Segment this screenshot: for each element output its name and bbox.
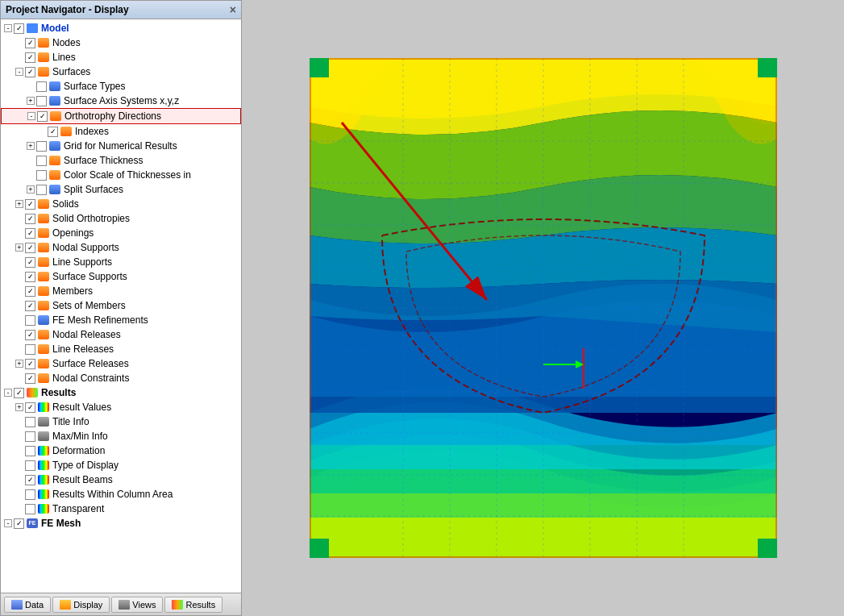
tab-results[interactable]: Results <box>164 597 222 613</box>
checkbox-orthotropy[interactable] <box>37 111 48 122</box>
tree-item-members[interactable]: Members <box>1 284 241 298</box>
checkbox-results-within-column[interactable] <box>25 489 35 500</box>
tree-item-nodal-releases[interactable]: Nodal Releases <box>1 327 241 342</box>
tree-item-title-info[interactable]: Title Info <box>1 414 241 429</box>
item-label-fe-mesh: FE Mesh <box>41 517 81 530</box>
checkbox-surface-supports[interactable] <box>25 272 35 282</box>
tree-item-sets-of-members[interactable]: Sets of Members <box>1 298 241 313</box>
checkbox-solid-orthotropies[interactable] <box>25 214 35 224</box>
expand-icon-orthotropy[interactable]: - <box>27 112 35 120</box>
checkbox-nodal-supports[interactable] <box>25 243 35 253</box>
tree-item-surface-releases[interactable]: +Surface Releases <box>1 356 241 371</box>
panel-close-button[interactable]: × <box>230 4 236 15</box>
tree-item-results-within-column[interactable]: Results Within Column Area <box>1 487 241 502</box>
tree-item-color-scale[interactable]: Color Scale of Thicknesses in <box>1 168 241 182</box>
checkbox-surface-axis[interactable] <box>36 96 47 106</box>
tab-data[interactable]: Data <box>4 597 51 613</box>
item-label-fe-mesh-refinements: FE Mesh Refinements <box>52 314 148 327</box>
checkbox-solids[interactable] <box>25 199 35 210</box>
checkbox-line-releases[interactable] <box>25 344 35 355</box>
item-label-transparent: Transparent <box>52 502 104 515</box>
tree-item-nodal-constraints[interactable]: Nodal Constraints <box>1 371 241 385</box>
tree-container[interactable]: -ModelNodesLines-SurfacesSurface Types+S… <box>1 19 241 593</box>
expand-icon-solids[interactable]: + <box>15 200 23 208</box>
expand-icon-results[interactable]: - <box>4 389 12 397</box>
checkbox-surface-thickness[interactable] <box>36 156 47 166</box>
tab-display[interactable]: Display <box>52 597 110 613</box>
item-label-lines: Lines <box>52 51 76 64</box>
checkbox-results[interactable] <box>14 388 24 398</box>
checkbox-model[interactable] <box>14 23 24 34</box>
item-icon-max-min-info <box>37 431 50 442</box>
tree-item-line-releases[interactable]: Line Releases <box>1 342 241 356</box>
tree-item-surface-types[interactable]: Surface Types <box>1 79 241 94</box>
expand-icon-model[interactable]: - <box>4 24 12 32</box>
checkbox-sets-of-members[interactable] <box>25 301 35 311</box>
item-icon-surface-releases <box>37 358 50 369</box>
fem-visualization <box>310 58 777 558</box>
checkbox-surfaces[interactable] <box>25 67 35 77</box>
item-label-result-beams: Result Beams <box>52 473 113 486</box>
tree-item-line-supports[interactable]: Line Supports <box>1 255 241 269</box>
expand-icon-grid-numerical[interactable]: + <box>27 142 35 150</box>
checkbox-members[interactable] <box>25 286 35 297</box>
checkbox-fe-mesh-refinements[interactable] <box>25 315 35 326</box>
expand-icon-nodal-supports[interactable]: + <box>15 243 23 252</box>
tree-item-deformation[interactable]: Deformation <box>1 443 241 458</box>
checkbox-indexes[interactable] <box>48 127 58 137</box>
checkbox-surface-releases[interactable] <box>25 359 35 369</box>
tree-item-results[interactable]: -Results <box>1 385 241 400</box>
checkbox-nodal-constraints[interactable] <box>25 373 35 384</box>
checkbox-split-surfaces[interactable] <box>36 185 47 195</box>
tree-item-nodal-supports[interactable]: +Nodal Supports <box>1 240 241 255</box>
tree-item-fe-mesh[interactable]: -FEFE Mesh <box>1 516 241 531</box>
checkbox-deformation[interactable] <box>25 446 35 456</box>
expand-icon-result-values[interactable]: + <box>15 403 23 411</box>
item-icon-surface-axis <box>48 95 61 106</box>
tree-item-surface-thickness[interactable]: Surface Thickness <box>1 153 241 168</box>
tree-item-result-values[interactable]: +Result Values <box>1 400 241 414</box>
tree-item-lines[interactable]: Lines <box>1 50 241 65</box>
tree-item-orthotropy[interactable]: -Orthotrophy Directions <box>1 108 241 124</box>
checkbox-result-values[interactable] <box>25 402 35 413</box>
item-icon-nodal-constraints <box>37 373 50 384</box>
checkbox-color-scale[interactable] <box>36 170 47 181</box>
checkbox-type-of-display[interactable] <box>25 460 35 471</box>
checkbox-surface-types[interactable] <box>36 81 47 92</box>
checkbox-openings[interactable] <box>25 228 35 239</box>
tree-item-grid-numerical[interactable]: +Grid for Numerical Results <box>1 139 241 153</box>
tree-item-surface-axis[interactable]: +Surface Axis Systems x,y,z <box>1 94 241 108</box>
expand-icon-fe-mesh[interactable]: - <box>4 519 12 527</box>
item-label-orthotropy: Orthotrophy Directions <box>64 110 161 123</box>
tree-item-openings[interactable]: Openings <box>1 226 241 240</box>
tree-item-indexes[interactable]: Indexes <box>1 124 241 139</box>
tree-item-surfaces[interactable]: -Surfaces <box>1 65 241 79</box>
expand-icon-surfaces[interactable]: - <box>15 68 23 76</box>
expand-icon-surface-axis[interactable]: + <box>27 97 35 105</box>
checkbox-max-min-info[interactable] <box>25 431 35 442</box>
corner-handle-tl <box>310 58 329 77</box>
tree-item-fe-mesh-refinements[interactable]: FE Mesh Refinements <box>1 313 241 327</box>
tab-views[interactable]: Views <box>111 597 163 613</box>
checkbox-transparent[interactable] <box>25 504 35 514</box>
tree-item-nodes[interactable]: Nodes <box>1 35 241 50</box>
checkbox-nodes[interactable] <box>25 38 35 48</box>
tree-item-surface-supports[interactable]: Surface Supports <box>1 269 241 284</box>
checkbox-result-beams[interactable] <box>25 475 35 485</box>
expand-icon-split-surfaces[interactable]: + <box>27 185 35 194</box>
tree-item-result-beams[interactable]: Result Beams <box>1 472 241 487</box>
tree-item-solids[interactable]: +Solids <box>1 197 241 211</box>
checkbox-fe-mesh[interactable] <box>14 518 24 529</box>
checkbox-nodal-releases[interactable] <box>25 330 35 340</box>
expand-icon-surface-releases[interactable]: + <box>15 360 23 368</box>
tree-item-transparent[interactable]: Transparent <box>1 502 241 516</box>
checkbox-grid-numerical[interactable] <box>36 141 47 152</box>
tree-item-model[interactable]: -Model <box>1 21 241 35</box>
tree-item-type-of-display[interactable]: Type of Display <box>1 458 241 472</box>
checkbox-line-supports[interactable] <box>25 257 35 268</box>
tree-item-solid-orthotropies[interactable]: Solid Orthotropies <box>1 211 241 226</box>
tree-item-split-surfaces[interactable]: +Split Surfaces <box>1 182 241 197</box>
checkbox-lines[interactable] <box>25 52 35 63</box>
checkbox-title-info[interactable] <box>25 417 35 427</box>
tree-item-max-min-info[interactable]: Max/Min Info <box>1 429 241 443</box>
